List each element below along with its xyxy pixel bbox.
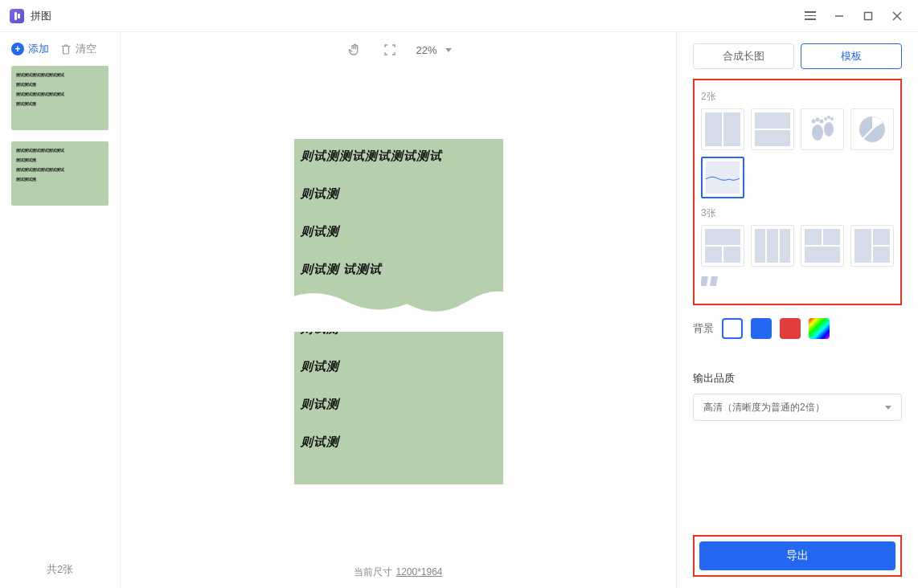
tab-merge-long[interactable]: 合成长图 <box>693 43 794 69</box>
fit-screen-icon <box>383 43 397 57</box>
template-2-torn[interactable] <box>701 157 744 198</box>
close-button[interactable] <box>886 5 908 27</box>
title-bar: 拼图 <box>0 0 918 32</box>
zoom-dropdown[interactable]: 22% <box>416 44 451 56</box>
bg-color-blue[interactable] <box>751 318 772 339</box>
template-3b[interactable] <box>751 225 794 267</box>
svg-rect-1 <box>865 12 872 19</box>
template-group-2-label: 2张 <box>701 90 894 104</box>
template-group-3-label: 3张 <box>701 206 894 220</box>
footprint-icon <box>806 113 838 145</box>
pan-tool[interactable] <box>345 40 364 59</box>
bg-color-red[interactable] <box>780 318 801 339</box>
clear-button[interactable]: 清空 <box>60 42 96 56</box>
bg-color-custom[interactable] <box>809 318 830 339</box>
template-3a[interactable] <box>701 225 744 267</box>
background-label: 背景 <box>693 321 714 336</box>
canvas-panel: 22% 则试测测试测试测试测试 则试测 则试测 则试测 试测试 则试测 <box>121 32 677 588</box>
svg-point-11 <box>830 117 834 120</box>
template-3c[interactable] <box>801 225 844 267</box>
fit-tool[interactable] <box>380 40 400 59</box>
template-3e[interactable] <box>701 273 744 289</box>
dimension-value[interactable]: 1200*1964 <box>395 566 442 578</box>
thumbnail-item[interactable]: 测试测试测试测试测试测试 测试测试测 测试测试测试测试测试测试 测试测试测 <box>11 141 109 206</box>
chevron-down-icon <box>445 48 452 52</box>
add-label: 添加 <box>28 42 49 56</box>
zoom-value: 22% <box>416 44 436 56</box>
app-logo-icon <box>10 9 24 23</box>
add-button[interactable]: + 添加 <box>11 42 49 56</box>
canvas-preview: 则试测测试测试测试测试 则试测 则试测 则试测 试测试 则试测 则试测 则试测 … <box>294 139 503 484</box>
chevron-down-icon <box>885 406 891 410</box>
svg-point-9 <box>824 117 827 120</box>
close-icon <box>892 11 902 21</box>
quality-select[interactable]: 高清（清晰度为普通的2倍） <box>693 394 902 421</box>
quality-label: 输出品质 <box>693 371 902 386</box>
template-2-side-by-side[interactable] <box>701 108 744 150</box>
svg-point-5 <box>812 120 816 124</box>
maximize-button[interactable] <box>857 5 879 27</box>
thumbnail-item[interactable]: 测试测试测试测试测试测试 测试测试测 测试测试测试测试测试测试 测试测试测 <box>11 66 109 130</box>
template-section: 2张 3 <box>693 79 902 305</box>
left-sidebar: + 添加 清空 测试测试测试测试测试测试 测试测试测 测试测试测试测试测试测试 … <box>0 32 121 588</box>
export-button[interactable]: 导出 <box>699 541 895 570</box>
canvas-area[interactable]: 则试测测试测试测试测试 则试测 则试测 则试测 试测试 则试测 则试测 则试测 … <box>121 67 676 556</box>
trash-icon <box>60 43 72 55</box>
right-panel: 合成长图 模板 2张 <box>677 32 918 588</box>
hamburger-icon <box>805 11 816 20</box>
template-2-pie[interactable] <box>850 108 894 150</box>
plus-icon: + <box>11 43 24 55</box>
svg-point-4 <box>812 125 823 141</box>
clear-label: 清空 <box>76 42 96 56</box>
quality-value: 高清（清晰度为普通的2倍） <box>703 401 825 414</box>
minimize-button[interactable] <box>828 5 850 27</box>
svg-point-7 <box>820 120 824 124</box>
thumbnail-count: 共2张 <box>0 551 120 588</box>
template-2-footprint[interactable] <box>801 108 844 150</box>
window-title: 拼图 <box>31 9 51 23</box>
tear-divider-icon <box>294 284 503 332</box>
pie-icon <box>856 113 888 145</box>
template-2-stacked[interactable] <box>751 108 794 150</box>
dimension-label: 当前尺寸 <box>354 566 392 579</box>
svg-point-6 <box>816 118 820 122</box>
template-3d[interactable] <box>850 225 894 267</box>
tab-template[interactable]: 模板 <box>801 43 902 69</box>
hand-icon <box>347 43 362 57</box>
maximize-icon <box>863 11 873 21</box>
svg-point-8 <box>824 122 834 137</box>
minimize-icon <box>834 11 844 21</box>
svg-point-10 <box>827 116 830 119</box>
menu-button[interactable] <box>799 5 822 27</box>
bg-color-white[interactable] <box>722 318 743 339</box>
